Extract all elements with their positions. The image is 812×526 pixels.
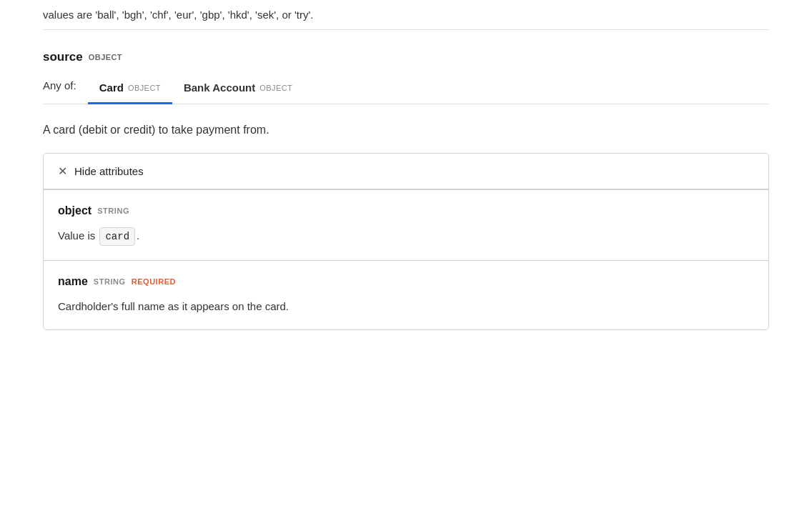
- source-badge: OBJECT: [89, 53, 122, 61]
- top-bar-text: values are 'ball', 'bgh', 'chf', 'eur', …: [43, 9, 314, 21]
- source-heading: source OBJECT: [43, 50, 769, 64]
- tab-card-label: Card: [99, 81, 124, 94]
- attr-name-name: name: [58, 275, 88, 288]
- attribute-object: object STRING Value is card.: [44, 189, 768, 260]
- attribute-name: name STRING REQUIRED Cardholder's full n…: [44, 260, 768, 329]
- attr-object-value: card: [99, 227, 135, 246]
- attr-object-type: STRING: [97, 207, 129, 215]
- attr-name-name-row: name STRING REQUIRED: [58, 275, 754, 288]
- tab-card-badge: OBJECT: [128, 84, 161, 92]
- attr-name-description: Cardholder's full name as it appears on …: [58, 298, 754, 315]
- attributes-box: ✕ Hide attributes object STRING Value is…: [43, 153, 769, 330]
- tab-bank-account-label: Bank Account: [184, 81, 255, 94]
- any-of-label: Any of:: [43, 79, 76, 100]
- tab-bank-account[interactable]: Bank Account OBJECT: [172, 76, 304, 104]
- attr-name-type: STRING: [94, 277, 126, 286]
- card-description: A card (debit or credit) to take payment…: [43, 104, 769, 153]
- attr-object-name: object: [58, 204, 91, 217]
- attr-name-required: REQUIRED: [132, 277, 176, 286]
- close-icon: ✕: [58, 166, 67, 177]
- attr-object-name-row: object STRING: [58, 204, 754, 217]
- hide-attributes-label: Hide attributes: [74, 165, 144, 177]
- top-bar: values are 'ball', 'bgh', 'chf', 'eur', …: [43, 0, 769, 30]
- attr-object-desc-prefix: Value is: [58, 229, 98, 242]
- source-label: source: [43, 50, 83, 64]
- attr-object-description: Value is card.: [58, 227, 754, 246]
- attr-object-desc-suffix: .: [137, 229, 139, 242]
- tab-bank-account-badge: OBJECT: [259, 84, 292, 92]
- source-section: source OBJECT Any of: Card OBJECT Bank A…: [43, 30, 769, 330]
- page-wrapper: values are 'ball', 'bgh', 'chf', 'eur', …: [0, 0, 812, 330]
- tabs-row: Any of: Card OBJECT Bank Account OBJECT: [43, 76, 769, 104]
- hide-attributes-button[interactable]: ✕ Hide attributes: [44, 154, 768, 189]
- tab-card[interactable]: Card OBJECT: [88, 76, 172, 104]
